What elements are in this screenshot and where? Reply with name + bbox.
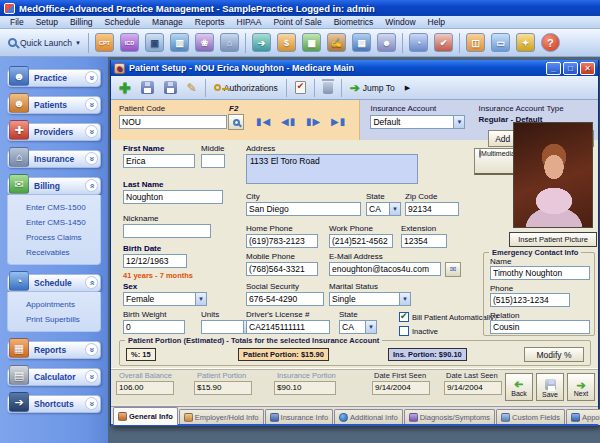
- icd-codes-button[interactable]: ICD: [118, 31, 141, 54]
- chevron-expand-icon[interactable]: »: [85, 397, 98, 410]
- save-button[interactable]: [137, 78, 158, 98]
- chevron-expand-icon[interactable]: »: [85, 98, 98, 111]
- email-input[interactable]: [329, 262, 441, 276]
- sidebar-item-billing[interactable]: ✉ Billing »: [7, 177, 101, 195]
- patient-code-input[interactable]: [119, 115, 227, 129]
- menu-reports[interactable]: Reports: [189, 17, 231, 27]
- tab-insurance-info[interactable]: Insurance Info: [265, 409, 334, 425]
- menu-hipaa[interactable]: HIPAA: [231, 17, 268, 27]
- menu-help[interactable]: Help: [422, 17, 451, 27]
- menu-setup[interactable]: Setup: [30, 17, 64, 27]
- birth-weight-input[interactable]: [123, 320, 185, 334]
- audit-checklist-button[interactable]: ✔: [432, 31, 455, 54]
- patient-search-button[interactable]: [228, 114, 244, 130]
- delete-button[interactable]: [319, 78, 337, 98]
- maximize-button[interactable]: □: [563, 62, 578, 75]
- batch-claims-button[interactable]: ▦: [300, 31, 323, 54]
- help-button[interactable]: ?: [539, 31, 562, 54]
- facility-button[interactable]: ⌂: [218, 31, 241, 54]
- menu-manage[interactable]: Manage: [146, 17, 189, 27]
- chevron-expand-icon[interactable]: »: [85, 125, 98, 138]
- extension-input[interactable]: [401, 234, 447, 248]
- sidebar-item-patients[interactable]: ☻ Patients »: [7, 96, 101, 114]
- ssn-input[interactable]: [246, 292, 324, 306]
- tab-diagnosis-symptoms[interactable]: Diagnosis/Symptoms: [404, 409, 495, 425]
- tab-appointments[interactable]: Appointments: [566, 409, 600, 425]
- billing-person-button[interactable]: ☻: [375, 31, 398, 54]
- menu-biometrics[interactable]: Biometrics: [328, 17, 380, 27]
- chevron-expand-icon[interactable]: »: [85, 152, 98, 165]
- add-patient-button[interactable]: ✚: [115, 78, 135, 98]
- authorizations-button[interactable]: Authorizations: [210, 78, 282, 98]
- chevron-expand-icon[interactable]: »: [85, 71, 98, 84]
- charges-button[interactable]: $: [275, 31, 298, 54]
- chevron-collapse-icon[interactable]: »: [85, 179, 98, 192]
- sidebar-item-enter-cms-1450[interactable]: Enter CMS-1450: [26, 215, 100, 230]
- verify-button[interactable]: [291, 78, 310, 98]
- middle-input[interactable]: [201, 154, 225, 168]
- record-first-button[interactable]: ▮◀: [256, 116, 271, 127]
- insurance-account-select[interactable]: Default ▼: [370, 115, 465, 129]
- last-name-input[interactable]: [123, 190, 223, 204]
- quick-launch-button[interactable]: Quick Launch ▼: [4, 36, 85, 50]
- report-time-button[interactable]: ◔: [407, 31, 430, 54]
- sidebar-item-practice[interactable]: ☻ Practice »: [7, 69, 101, 87]
- certification-button[interactable]: ❀: [193, 31, 216, 54]
- jump-to-button[interactable]: ➔ Jump To: [346, 78, 399, 98]
- save-record-button[interactable]: Save: [536, 373, 564, 401]
- sidebar-item-insurance[interactable]: ⌂ Insurance »: [7, 150, 101, 168]
- license-state-select[interactable]: CA▼: [339, 320, 377, 334]
- work-phone-input[interactable]: [329, 234, 393, 248]
- next-button[interactable]: ➔Next: [567, 373, 595, 401]
- sidebar-item-reports[interactable]: ▦ Reports »: [7, 341, 101, 359]
- emergency-relation-input[interactable]: [490, 320, 590, 334]
- menu-window[interactable]: Window: [379, 17, 421, 27]
- sidebar-item-enter-cms-1500[interactable]: Enter CMS-1500: [26, 200, 100, 215]
- tab-custom-fields[interactable]: Custom Fields: [496, 409, 565, 425]
- home-phone-input[interactable]: [246, 234, 318, 248]
- jump-to-more-button[interactable]: ▶: [401, 78, 414, 98]
- close-button[interactable]: ✕: [580, 62, 595, 75]
- chevron-expand-icon[interactable]: »: [85, 370, 98, 383]
- emergency-name-input[interactable]: [490, 266, 590, 280]
- send-email-button[interactable]: ✉: [445, 262, 461, 277]
- marital-status-select[interactable]: Single▼: [329, 292, 411, 306]
- inactive-checkbox[interactable]: Inactive: [399, 326, 438, 336]
- first-name-input[interactable]: [123, 154, 195, 168]
- save-copy-button[interactable]: [160, 78, 181, 98]
- record-prev-button[interactable]: ◀▮: [281, 116, 296, 127]
- tab-general-info[interactable]: General Info: [113, 407, 178, 425]
- drivers-license-input[interactable]: [246, 320, 330, 334]
- collections-button[interactable]: ✍: [325, 31, 348, 54]
- sidebar-item-receivables[interactable]: Receivables: [26, 245, 100, 260]
- sex-select[interactable]: Female▼: [123, 292, 207, 306]
- back-button[interactable]: ➔Back: [505, 373, 533, 401]
- sidebar-item-appointments[interactable]: Appointments: [26, 297, 100, 312]
- menu-schedule[interactable]: Schedule: [99, 17, 146, 27]
- zip-input[interactable]: [405, 202, 459, 216]
- sidebar-item-providers[interactable]: ✚ Providers »: [7, 123, 101, 141]
- nickname-input[interactable]: [123, 224, 211, 238]
- record-next-button[interactable]: ▮▶: [306, 116, 321, 127]
- sidebar-item-calculator[interactable]: ▤ Calculator »: [7, 368, 101, 386]
- security-lock-button[interactable]: ✦: [514, 31, 537, 54]
- tab-additional-info[interactable]: Additional Info: [334, 409, 403, 425]
- sidebar-item-print-superbills[interactable]: Print Superbills: [26, 312, 100, 327]
- city-input[interactable]: [246, 202, 361, 216]
- sidebar-item-shortcuts[interactable]: ➔ Shortcuts »: [7, 395, 101, 413]
- menu-file[interactable]: File: [4, 17, 30, 27]
- birth-date-input[interactable]: [123, 254, 187, 268]
- chevron-expand-icon[interactable]: »: [85, 343, 98, 356]
- tab-employer-hold-info[interactable]: Employer/Hold Info: [179, 409, 264, 425]
- statements-button[interactable]: ▤: [350, 31, 373, 54]
- state-select[interactable]: CA▼: [366, 202, 401, 216]
- menu-billing[interactable]: Billing: [64, 17, 99, 27]
- sidebar-item-process-claims[interactable]: Process Claims: [26, 230, 100, 245]
- workstation-button[interactable]: ▥: [168, 31, 191, 54]
- edit-button[interactable]: ✎: [183, 78, 201, 98]
- cpt-codes-button[interactable]: CPT: [93, 31, 116, 54]
- insert-picture-button[interactable]: Insert Patient Picture: [509, 232, 597, 247]
- send-claims-button[interactable]: ➔: [250, 31, 273, 54]
- minimize-button[interactable]: _: [546, 62, 561, 75]
- charts-button[interactable]: ◫: [464, 31, 487, 54]
